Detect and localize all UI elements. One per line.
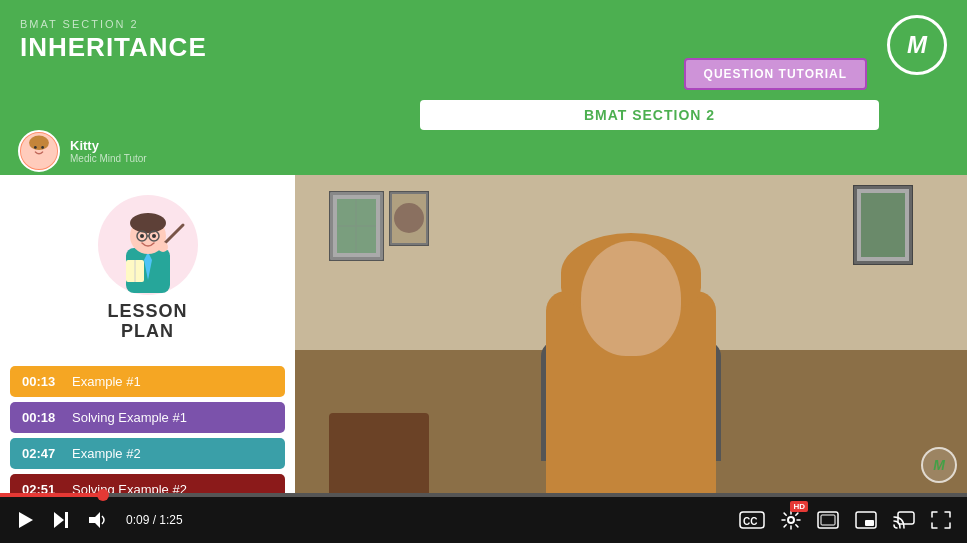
furniture bbox=[329, 413, 429, 493]
video-logo: M bbox=[921, 447, 957, 483]
lesson-time: 00:18 bbox=[22, 410, 60, 425]
progress-bar-dot bbox=[97, 489, 109, 501]
svg-point-3 bbox=[34, 146, 37, 149]
time-display: 0:09 / 1:25 bbox=[126, 513, 183, 527]
list-item[interactable]: 02:47 Example #2 bbox=[10, 438, 285, 469]
svg-text:CC: CC bbox=[743, 516, 757, 527]
wall-frame-3 bbox=[853, 185, 913, 265]
progress-bar-fill bbox=[0, 493, 103, 497]
header-area: BMAT SECTION 2 INHERITANCE QUESTION TUTO… bbox=[0, 0, 967, 175]
video-placeholder: M bbox=[295, 175, 967, 493]
teacher-illustration bbox=[98, 190, 198, 300]
svg-marker-29 bbox=[54, 512, 64, 528]
lesson-time: 02:47 bbox=[22, 446, 60, 461]
page-title: INHERITANCE bbox=[20, 32, 207, 63]
title-section: BMAT SECTION 2 INHERITANCE bbox=[20, 18, 207, 63]
lesson-label: Example #1 bbox=[72, 374, 141, 389]
svg-point-10 bbox=[140, 234, 144, 238]
gear-icon bbox=[781, 510, 801, 530]
theater-icon bbox=[817, 511, 839, 529]
svg-marker-31 bbox=[89, 512, 100, 528]
play-icon bbox=[16, 511, 34, 529]
svg-point-11 bbox=[152, 234, 156, 238]
svg-rect-36 bbox=[821, 515, 835, 525]
video-area: M bbox=[295, 175, 967, 493]
bmat-section-badge: BMAT SECTION 2 bbox=[420, 100, 879, 130]
list-item[interactable]: 02:51 Solving Example #2 bbox=[10, 474, 285, 493]
person-in-video bbox=[541, 241, 721, 461]
cast-button[interactable] bbox=[889, 507, 919, 533]
question-tutorial-button[interactable]: QUESTION TUTORIAL bbox=[684, 58, 867, 90]
cc-button[interactable]: CC bbox=[735, 507, 769, 533]
instructor-name: Kitty bbox=[70, 138, 147, 153]
list-item[interactable]: 00:18 Solving Example #1 bbox=[10, 402, 285, 433]
svg-marker-28 bbox=[19, 512, 33, 528]
miniplayer-button[interactable] bbox=[851, 507, 881, 533]
volume-icon bbox=[88, 511, 108, 529]
svg-rect-38 bbox=[865, 520, 874, 526]
next-icon bbox=[52, 511, 70, 529]
right-controls: CC HD bbox=[735, 506, 955, 534]
hd-badge: HD bbox=[790, 501, 808, 512]
svg-point-9 bbox=[130, 213, 166, 233]
theater-button[interactable] bbox=[813, 507, 843, 533]
wall-frame-1 bbox=[329, 191, 384, 261]
miniplayer-icon bbox=[855, 511, 877, 529]
avatar bbox=[18, 130, 60, 172]
next-button[interactable] bbox=[48, 507, 74, 533]
progress-bar[interactable] bbox=[0, 493, 967, 497]
player-container: BMAT SECTION 2 INHERITANCE QUESTION TUTO… bbox=[0, 0, 967, 543]
controls-bar: 0:09 / 1:25 CC HD bbox=[0, 493, 967, 543]
logo-letter: M bbox=[907, 31, 927, 59]
svg-point-16 bbox=[158, 242, 168, 252]
logo-circle: M bbox=[887, 15, 947, 75]
lesson-plan-title: LESSONPLAN bbox=[107, 302, 187, 342]
instructor-role: Medic Mind Tutor bbox=[70, 153, 147, 164]
svg-point-4 bbox=[41, 146, 44, 149]
svg-point-2 bbox=[29, 136, 49, 150]
controls-row: 0:09 / 1:25 CC HD bbox=[0, 497, 967, 543]
fullscreen-icon bbox=[931, 511, 951, 529]
list-item[interactable]: 00:13 Example #1 bbox=[10, 366, 285, 397]
settings-wrap: HD bbox=[777, 506, 805, 534]
volume-button[interactable] bbox=[84, 507, 112, 533]
lesson-plan-section: LESSONPLAN bbox=[0, 175, 295, 366]
bmat-label: BMAT SECTION 2 bbox=[20, 18, 207, 30]
lesson-label: Solving Example #1 bbox=[72, 410, 187, 425]
svg-rect-30 bbox=[65, 512, 68, 528]
play-button[interactable] bbox=[12, 507, 38, 533]
instructor-row: Kitty Medic Mind Tutor bbox=[18, 130, 147, 172]
lesson-time: 00:13 bbox=[22, 374, 60, 389]
lesson-label: Example #2 bbox=[72, 446, 141, 461]
lesson-items: 00:13 Example #1 00:18 Solving Example #… bbox=[0, 366, 295, 493]
svg-rect-27 bbox=[861, 193, 905, 257]
cast-icon bbox=[893, 511, 915, 529]
sidebar: LESSONPLAN 00:13 Example #1 00:18 Solvin… bbox=[0, 175, 295, 493]
lesson-label: Solving Example #2 bbox=[72, 482, 187, 493]
fullscreen-button[interactable] bbox=[927, 507, 955, 533]
cc-icon: CC bbox=[739, 511, 765, 529]
instructor-info: Kitty Medic Mind Tutor bbox=[70, 138, 147, 164]
wall-frame-2 bbox=[389, 191, 429, 246]
svg-point-24 bbox=[394, 203, 424, 233]
lesson-time: 02:51 bbox=[22, 482, 60, 493]
svg-point-34 bbox=[788, 517, 794, 523]
